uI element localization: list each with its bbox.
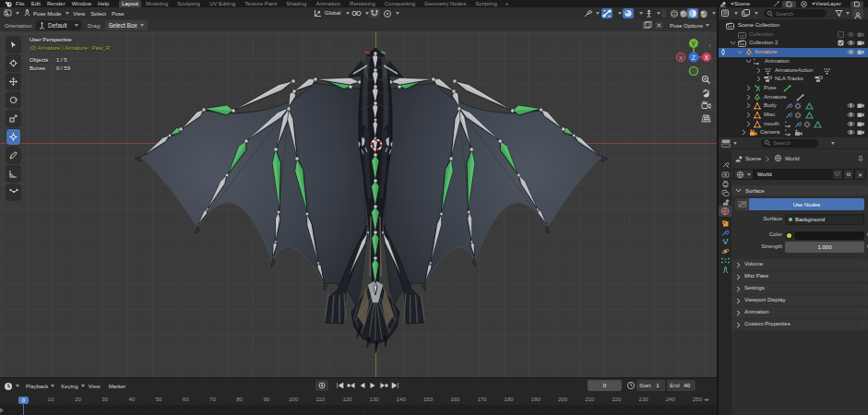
svg-text:Z: Z [692,54,696,61]
svg-text:X: X [679,55,683,61]
svg-text:X: X [705,54,709,61]
svg-text:Y: Y [692,41,696,47]
